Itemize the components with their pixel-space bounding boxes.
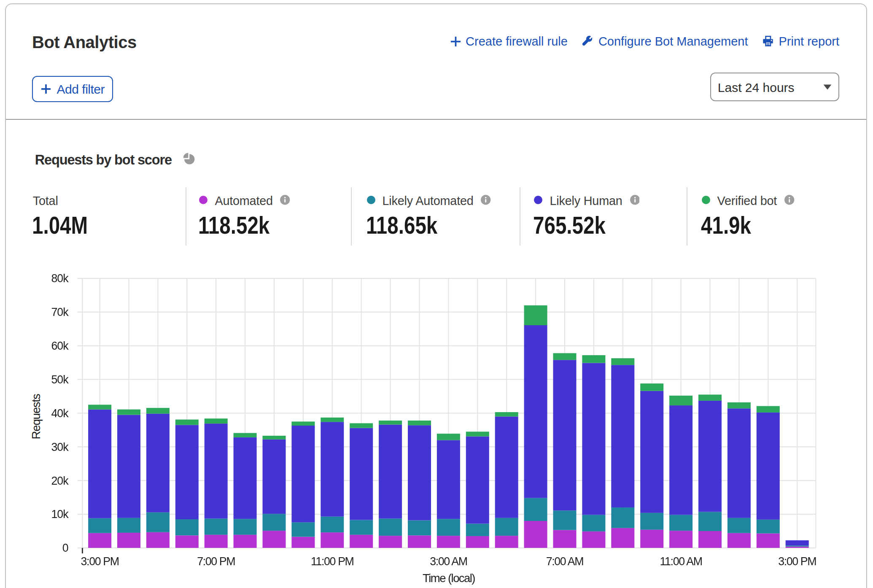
- svg-text:11:00 AM: 11:00 AM: [660, 555, 702, 568]
- svg-text:10k: 10k: [51, 508, 69, 521]
- svg-text:30k: 30k: [51, 441, 69, 453]
- svg-text:20k: 20k: [51, 475, 69, 487]
- svg-text:Requests: Requests: [30, 394, 43, 439]
- svg-text:3:00 AM: 3:00 AM: [430, 555, 467, 568]
- svg-text:50k: 50k: [51, 373, 69, 386]
- svg-text:Time (local): Time (local): [423, 572, 475, 585]
- svg-text:11:00 PM: 11:00 PM: [311, 555, 354, 568]
- svg-text:80k: 80k: [51, 272, 69, 285]
- svg-text:60k: 60k: [51, 340, 69, 352]
- svg-text:3:00 PM: 3:00 PM: [778, 555, 816, 568]
- svg-text:0: 0: [62, 542, 68, 554]
- svg-text:7:00 AM: 7:00 AM: [546, 555, 584, 568]
- svg-text:7:00 PM: 7:00 PM: [197, 555, 235, 568]
- svg-text:3:00 PM: 3:00 PM: [81, 555, 119, 568]
- svg-text:70k: 70k: [51, 306, 69, 318]
- svg-text:40k: 40k: [51, 407, 69, 420]
